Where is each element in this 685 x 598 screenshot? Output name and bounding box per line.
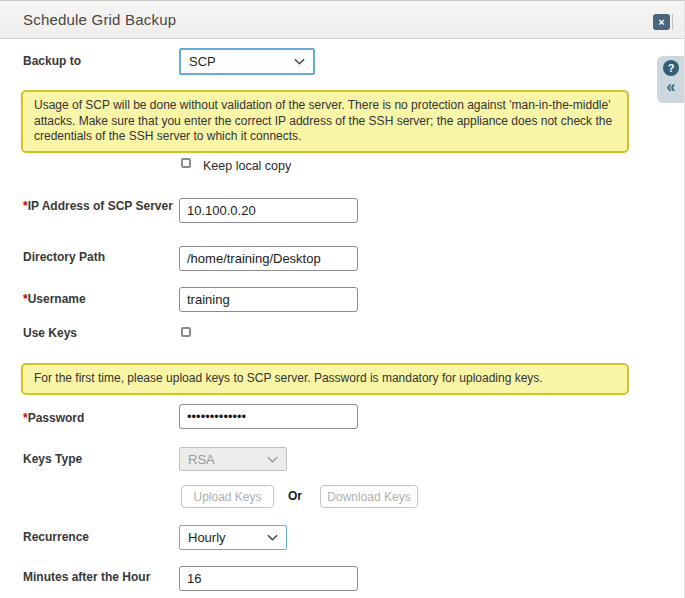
keys-upload-notice: For the first time, please upload keys t… <box>21 363 629 395</box>
chevron-down-icon <box>294 58 305 65</box>
recurrence-selected-value: Hourly <box>188 530 226 545</box>
directory-path-label: Directory Path <box>23 250 175 265</box>
ip-address-label: *IP Address of SCP Server <box>23 199 175 214</box>
minutes-after-hour-input[interactable] <box>179 566 358 591</box>
collapse-panel-icon[interactable]: « <box>667 78 676 96</box>
header-divider <box>672 14 673 30</box>
keys-type-select: RSA <box>179 447 287 471</box>
scp-warning-notice: Usage of SCP will be done without valida… <box>21 90 629 153</box>
keys-type-selected-value: RSA <box>188 452 215 467</box>
password-input[interactable] <box>179 404 358 429</box>
backup-to-select[interactable]: SCP <box>179 48 315 75</box>
keys-type-label: Keys Type <box>23 452 175 467</box>
help-icon[interactable]: ? <box>663 60 679 76</box>
use-keys-checkbox[interactable] <box>181 327 191 337</box>
backup-to-label: Backup to <box>23 54 175 69</box>
help-panel-tab: ? « <box>657 56 685 103</box>
password-label: *Password <box>23 411 175 426</box>
upload-keys-button: Upload Keys <box>181 485 274 508</box>
keep-local-copy-label: Keep local copy <box>203 159 291 173</box>
chevron-down-icon <box>267 534 278 541</box>
directory-path-input[interactable] <box>179 246 358 271</box>
download-keys-button: Download Keys <box>320 485 418 508</box>
or-label: Or <box>288 489 302 503</box>
use-keys-label: Use Keys <box>23 326 175 341</box>
keep-local-copy-checkbox[interactable] <box>181 158 191 168</box>
recurrence-select[interactable]: Hourly <box>179 525 287 550</box>
close-icon: × <box>658 16 664 28</box>
close-button[interactable]: × <box>653 14 670 30</box>
backup-to-selected-value: SCP <box>189 54 216 69</box>
dialog-title: Schedule Grid Backup <box>23 1 176 39</box>
chevron-down-icon <box>267 456 278 463</box>
ip-address-input[interactable] <box>179 198 358 223</box>
recurrence-label: Recurrence <box>23 530 175 545</box>
minutes-after-hour-label: Minutes after the Hour <box>23 570 179 585</box>
username-label: *Username <box>23 292 175 307</box>
username-input[interactable] <box>179 287 358 312</box>
dialog-header: Schedule Grid Backup × <box>0 0 685 39</box>
schedule-grid-backup-dialog: Schedule Grid Backup × ? « Backup to SCP… <box>0 0 685 598</box>
